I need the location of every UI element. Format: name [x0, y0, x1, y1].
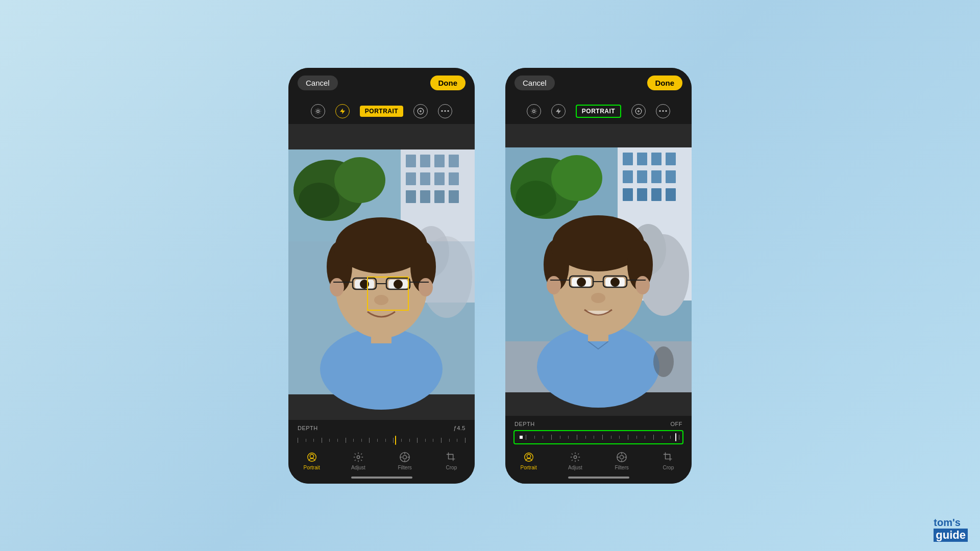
svg-rect-24: [434, 172, 445, 185]
svg-point-55: [310, 454, 313, 458]
svg-point-112: [653, 346, 674, 377]
svg-point-100: [547, 276, 561, 294]
right-sun-icon[interactable]: [527, 104, 541, 118]
svg-line-7: [316, 113, 316, 113]
svg-line-65: [535, 113, 536, 113]
right-depth-label: DEPTH: [514, 421, 535, 427]
right-tab-filters[interactable]: Filters: [606, 450, 637, 470]
svg-point-11: [445, 110, 446, 112]
left-tab-portrait[interactable]: Portrait: [297, 450, 327, 470]
svg-rect-79: [651, 153, 662, 165]
svg-rect-83: [651, 170, 662, 183]
svg-line-8: [320, 109, 320, 109]
watermark-line1: tom's: [934, 516, 968, 529]
svg-line-64: [532, 109, 532, 109]
left-sun-icon[interactable]: [311, 104, 325, 118]
phone-left-top-bar: Cancel Done: [288, 68, 475, 98]
right-tab-filters-label: Filters: [615, 465, 629, 470]
left-home-bar: [351, 477, 412, 479]
svg-point-40: [334, 231, 375, 267]
left-portrait-icon: [305, 450, 318, 464]
svg-point-15: [334, 157, 385, 203]
svg-rect-23: [420, 172, 430, 185]
svg-point-105: [610, 278, 620, 287]
left-tab-bar: Portrait Adjust: [288, 446, 475, 473]
left-cancel-button[interactable]: Cancel: [298, 76, 338, 90]
left-photo: [288, 124, 475, 420]
svg-rect-20: [434, 155, 445, 167]
right-tab-adjust-label: Adjust: [568, 465, 582, 470]
svg-rect-87: [651, 188, 662, 201]
watermark-line2: guide: [934, 529, 968, 542]
background: Cancel Done PORTRAIT: [0, 0, 980, 551]
svg-point-52: [374, 295, 388, 305]
left-tab-crop-label: Crop: [446, 465, 457, 470]
right-tab-adjust[interactable]: Adjust: [560, 450, 591, 470]
svg-point-56: [357, 456, 360, 459]
right-slider-container[interactable]: [513, 430, 683, 444]
left-portrait-badge[interactable]: PORTRAIT: [360, 106, 403, 117]
svg-point-70: [663, 110, 664, 112]
svg-rect-19: [420, 155, 430, 167]
left-home-indicator: [288, 473, 475, 484]
left-depth-value: ƒ4.5: [454, 425, 465, 431]
left-flash-icon[interactable]: [335, 104, 350, 118]
svg-rect-28: [434, 190, 445, 203]
svg-point-41: [330, 278, 344, 296]
left-done-button[interactable]: Done: [430, 76, 466, 90]
phone-right-icon-bar: PORTRAIT: [505, 98, 692, 124]
svg-line-5: [316, 109, 316, 109]
svg-rect-85: [623, 188, 633, 201]
svg-marker-9: [340, 109, 345, 114]
svg-point-99: [551, 229, 592, 265]
watermark: tom's guide: [934, 516, 968, 542]
svg-point-12: [448, 110, 449, 112]
svg-rect-34: [339, 343, 424, 394]
left-depth-label: DEPTH: [298, 425, 318, 431]
left-more-icon[interactable]: [438, 104, 452, 118]
phone-left: Cancel Done PORTRAIT: [288, 68, 475, 484]
left-depth-section: DEPTH ƒ4.5: [288, 420, 475, 446]
svg-rect-27: [420, 190, 430, 203]
svg-rect-86: [637, 188, 647, 201]
right-more-icon[interactable]: [656, 104, 670, 118]
right-home-bar: [568, 477, 629, 479]
left-photo-area: [288, 124, 475, 420]
left-tab-crop[interactable]: Crop: [436, 450, 467, 470]
left-crop-icon: [445, 450, 458, 464]
svg-point-10: [442, 110, 443, 112]
svg-rect-26: [406, 190, 416, 203]
right-adjust-icon: [569, 450, 582, 464]
svg-point-117: [620, 455, 623, 459]
right-depth-section: DEPTH OFF: [505, 416, 692, 446]
right-flash-icon[interactable]: [551, 104, 566, 118]
right-tab-portrait-label: Portrait: [521, 465, 537, 470]
phone-right: Cancel Done PORTRAIT: [505, 68, 692, 484]
right-tab-portrait[interactable]: Portrait: [513, 450, 544, 470]
svg-point-75: [516, 181, 556, 216]
svg-rect-84: [666, 170, 676, 183]
right-done-button[interactable]: Done: [647, 76, 683, 90]
left-tab-filters[interactable]: Filters: [389, 450, 420, 470]
svg-rect-82: [637, 170, 647, 183]
left-tab-adjust[interactable]: Adjust: [343, 450, 374, 470]
svg-line-67: [535, 109, 536, 109]
left-filters-icon: [398, 450, 411, 464]
right-depth-value: OFF: [671, 421, 683, 427]
right-filters-icon: [615, 450, 628, 464]
svg-point-16: [299, 183, 339, 218]
right-tab-crop[interactable]: Crop: [653, 450, 683, 470]
right-tab-crop-label: Crop: [663, 465, 674, 470]
svg-point-115: [574, 456, 577, 459]
left-tune-icon[interactable]: [413, 104, 428, 118]
svg-rect-81: [623, 170, 633, 183]
svg-rect-29: [449, 190, 459, 203]
svg-point-111: [591, 293, 605, 303]
svg-rect-21: [449, 155, 459, 167]
right-tune-icon[interactable]: [631, 104, 646, 118]
right-cancel-button[interactable]: Cancel: [514, 76, 555, 90]
left-slider[interactable]: [298, 434, 465, 446]
svg-point-69: [659, 110, 661, 112]
svg-rect-80: [666, 153, 676, 165]
right-portrait-badge[interactable]: PORTRAIT: [576, 105, 621, 118]
